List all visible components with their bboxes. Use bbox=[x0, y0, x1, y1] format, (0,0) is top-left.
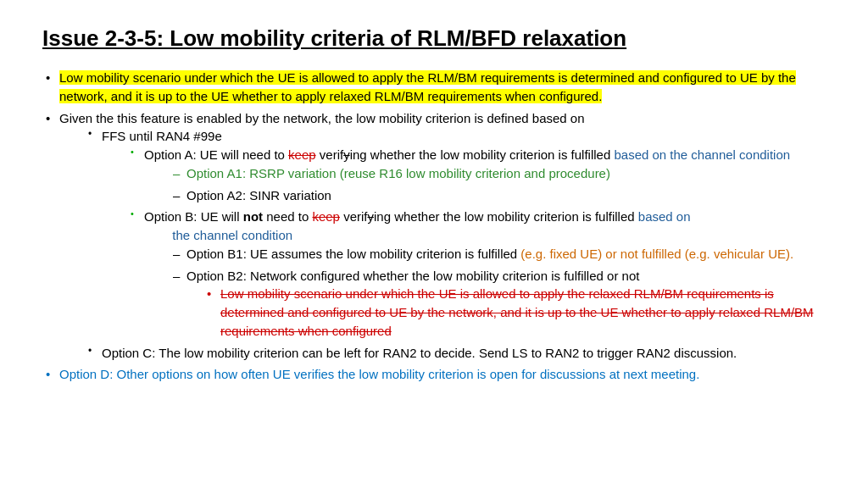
text-content: Option C: The low mobility criterion can… bbox=[102, 346, 737, 360]
list-item: Option B2: Network configured whether th… bbox=[170, 267, 826, 341]
main-list: Low mobility scenario under which the UE… bbox=[42, 69, 826, 384]
blue-text: based on the channel condition bbox=[144, 209, 691, 242]
list-item: Low mobility scenario under which the UE… bbox=[42, 69, 826, 106]
text-content: FFS until RAN4 #99e bbox=[102, 129, 222, 143]
text-content: Option A1: RSRP variation (reuse R16 low… bbox=[186, 166, 610, 180]
strikethrough-text: keep bbox=[312, 209, 340, 224]
text-content: Option D: Other options on how often UE … bbox=[59, 367, 699, 381]
list-item: Option A: UE will need to keep verifying… bbox=[127, 146, 826, 204]
orange-text: (e.g. fixed UE) or not fulfilled (e.g. v… bbox=[520, 247, 793, 261]
list-item: Low mobility scenario under which the UE… bbox=[203, 285, 826, 340]
list-item: Option B1: UE assumes the low mobility c… bbox=[170, 245, 826, 263]
strikethrough-text: keep bbox=[288, 147, 316, 162]
list-item: Option B: UE will not need to keep verif… bbox=[127, 208, 826, 340]
list-item: Option A1: RSRP variation (reuse R16 low… bbox=[170, 164, 826, 183]
text-content: Given the this feature is enabled by the… bbox=[59, 111, 585, 125]
sub-list: Option A: UE will need to keep verifying… bbox=[102, 146, 826, 341]
bold-text: not bbox=[243, 209, 263, 224]
sub-list: Option A1: RSRP variation (reuse R16 low… bbox=[144, 164, 826, 205]
blue-text: based on the channel condition bbox=[614, 147, 790, 162]
highlighted-text: Low mobility scenario under which the UE… bbox=[59, 70, 796, 103]
strikethrough-text: y bbox=[367, 209, 374, 224]
sub-list: Low mobility scenario under which the UE… bbox=[186, 285, 826, 340]
list-item: Given the this feature is enabled by the… bbox=[42, 109, 826, 363]
sub-list: FFS until RAN4 #99e Option A: UE will ne… bbox=[59, 127, 826, 362]
list-item: Option D: Other options on how often UE … bbox=[42, 365, 826, 384]
list-item: Option A2: SINR variation bbox=[170, 186, 826, 205]
strikethrough-text: y bbox=[343, 147, 350, 162]
text-content: Option B: UE will not need to keep verif… bbox=[144, 209, 691, 242]
page-title: Issue 2-3-5: Low mobility criteria of RL… bbox=[42, 25, 826, 52]
text-content: Option B1: UE assumes the low mobility c… bbox=[186, 247, 793, 261]
text-content: Option B2: Network configured whether th… bbox=[186, 269, 639, 283]
text-content: Low mobility scenario under which the UE… bbox=[220, 286, 814, 338]
sub-list: Option B1: UE assumes the low mobility c… bbox=[144, 245, 826, 341]
list-item: Option C: The low mobility criterion can… bbox=[85, 344, 826, 363]
text-content: Option A2: SINR variation bbox=[186, 188, 331, 202]
text-content: Option A: UE will need to keep verifying… bbox=[144, 147, 790, 162]
list-item: FFS until RAN4 #99e Option A: UE will ne… bbox=[85, 127, 826, 340]
strikethrough-red-text: Low mobility scenario under which the UE… bbox=[220, 286, 588, 301]
